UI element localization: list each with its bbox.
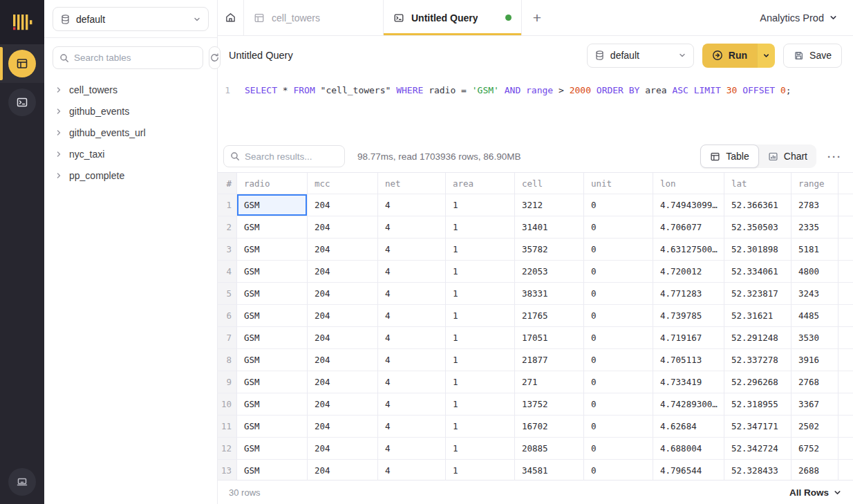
column-header-cell[interactable]: cell <box>515 173 584 194</box>
cell-lat[interactable]: 52.366361 <box>724 194 791 216</box>
cell-lon[interactable]: 4.705113 <box>653 349 724 371</box>
cell-lat[interactable]: 52.318955 <box>724 393 791 416</box>
column-header-net[interactable]: net <box>378 173 446 194</box>
cell-range[interactable]: 2783 <box>791 194 838 216</box>
table-item-nyc_taxi[interactable]: nyc_taxi <box>44 143 217 165</box>
search-results-input[interactable] <box>245 151 338 162</box>
cell-radio[interactable]: GSM <box>237 416 308 438</box>
tab-home[interactable] <box>218 0 244 35</box>
cell-lon[interactable]: 4.771283 <box>653 283 724 305</box>
cell-unit[interactable]: 0 <box>584 438 653 460</box>
cell-cell[interactable]: 20885 <box>515 438 584 460</box>
cell-cell[interactable]: 38331 <box>515 283 584 305</box>
cell-net[interactable]: 4 <box>378 283 446 305</box>
cell-radio[interactable]: GSM <box>237 438 308 460</box>
cell-lon[interactable]: 4.796544 <box>653 460 724 480</box>
cell-net[interactable]: 4 <box>378 261 446 283</box>
cell-lat[interactable]: 52.350503 <box>724 216 791 239</box>
cell-area[interactable]: 1 <box>446 261 515 283</box>
column-header-radio[interactable]: radio <box>237 173 308 194</box>
cell-radio[interactable]: GSM <box>237 283 308 305</box>
rail-item-tables[interactable] <box>0 44 44 83</box>
cell-net[interactable]: 4 <box>378 305 446 327</box>
cell-area[interactable]: 1 <box>446 283 515 305</box>
cell-range[interactable]: 6752 <box>791 438 838 460</box>
table-item-github_events[interactable]: github_events <box>44 100 217 122</box>
cell-mcc[interactable]: 204 <box>308 416 378 438</box>
rail-item-query[interactable] <box>0 83 44 122</box>
cell-unit[interactable]: 0 <box>584 393 653 416</box>
cell-cell[interactable]: 3212 <box>515 194 584 216</box>
cell-cell[interactable]: 271 <box>515 371 584 393</box>
view-toggle-table[interactable]: Table <box>700 144 758 168</box>
cell-mcc[interactable]: 204 <box>308 239 378 261</box>
run-button[interactable]: Run <box>702 44 757 68</box>
cell-net[interactable]: 4 <box>378 416 446 438</box>
cell-mcc[interactable]: 204 <box>308 261 378 283</box>
run-options-button[interactable] <box>757 44 775 68</box>
save-button[interactable]: Save <box>783 44 842 68</box>
cell-area[interactable]: 1 <box>446 438 515 460</box>
cell-cell[interactable]: 21877 <box>515 349 584 371</box>
cell-area[interactable]: 1 <box>446 327 515 349</box>
cell-lat[interactable]: 52.291248 <box>724 327 791 349</box>
cell-unit[interactable]: 0 <box>584 239 653 261</box>
cell-lat[interactable]: 52.31621 <box>724 305 791 327</box>
cell-unit[interactable]: 0 <box>584 305 653 327</box>
view-toggle-chart[interactable]: Chart <box>759 144 816 168</box>
cell-unit[interactable]: 0 <box>584 327 653 349</box>
cell-area[interactable]: 1 <box>446 216 515 239</box>
cell-mcc[interactable]: 204 <box>308 194 378 216</box>
column-header-lon[interactable]: lon <box>653 173 724 194</box>
cell-cell[interactable]: 22053 <box>515 261 584 283</box>
cell-range[interactable]: 2502 <box>791 416 838 438</box>
cell-unit[interactable]: 0 <box>584 460 653 480</box>
cell-area[interactable]: 1 <box>446 349 515 371</box>
cell-range[interactable]: 2688 <box>791 460 838 480</box>
cell-unit[interactable]: 0 <box>584 371 653 393</box>
table-item-github_events_url[interactable]: github_events_url <box>44 122 217 143</box>
cell-lat[interactable]: 52.323817 <box>724 283 791 305</box>
database-selector[interactable]: default <box>53 7 209 31</box>
cell-unit[interactable]: 0 <box>584 216 653 239</box>
cell-lat[interactable]: 52.328433 <box>724 460 791 480</box>
cell-net[interactable]: 4 <box>378 371 446 393</box>
cell-lat[interactable]: 52.337278 <box>724 349 791 371</box>
cell-net[interactable]: 4 <box>378 349 446 371</box>
table-item-pp_complete[interactable]: pp_complete <box>44 165 217 186</box>
sql-editor[interactable]: 1 SELECT * FROM "cell_towers" WHERE radi… <box>218 75 853 140</box>
cell-unit[interactable]: 0 <box>584 261 653 283</box>
cell-range[interactable]: 3530 <box>791 327 838 349</box>
cell-net[interactable]: 4 <box>378 216 446 239</box>
cell-cell[interactable]: 35782 <box>515 239 584 261</box>
column-header-mcc[interactable]: mcc <box>308 173 378 194</box>
cell-net[interactable]: 4 <box>378 239 446 261</box>
column-header-unit[interactable]: unit <box>584 173 653 194</box>
cell-unit[interactable]: 0 <box>584 416 653 438</box>
column-header-index[interactable]: # <box>218 173 237 194</box>
cell-cell[interactable]: 13752 <box>515 393 584 416</box>
cell-lon[interactable]: 4.739785 <box>653 305 724 327</box>
cell-range[interactable]: 3367 <box>791 393 838 416</box>
cell-radio[interactable]: GSM <box>237 460 308 480</box>
page-size-selector[interactable]: All Rows <box>789 487 842 498</box>
new-tab-button[interactable]: + <box>522 0 552 35</box>
cell-range[interactable]: 2768 <box>791 371 838 393</box>
cell-range[interactable]: 3916 <box>791 349 838 371</box>
cell-range[interactable]: 2335 <box>791 216 838 239</box>
cell-net[interactable]: 4 <box>378 327 446 349</box>
cell-mcc[interactable]: 204 <box>308 349 378 371</box>
cell-radio[interactable]: GSM <box>237 305 308 327</box>
cell-range[interactable]: 3243 <box>791 283 838 305</box>
clickhouse-logo[interactable] <box>0 0 44 44</box>
cell-lon[interactable]: 4.688004 <box>653 438 724 460</box>
cell-mcc[interactable]: 204 <box>308 393 378 416</box>
cell-mcc[interactable]: 204 <box>308 438 378 460</box>
cell-unit[interactable]: 0 <box>584 349 653 371</box>
column-header-lat[interactable]: lat <box>724 173 791 194</box>
cell-radio[interactable]: GSM <box>237 261 308 283</box>
cell-radio[interactable]: GSM <box>237 393 308 416</box>
tab-cell-towers[interactable]: cell_towers <box>244 0 384 35</box>
cell-lon[interactable]: 4.720012 <box>653 261 724 283</box>
cell-unit[interactable]: 0 <box>584 283 653 305</box>
